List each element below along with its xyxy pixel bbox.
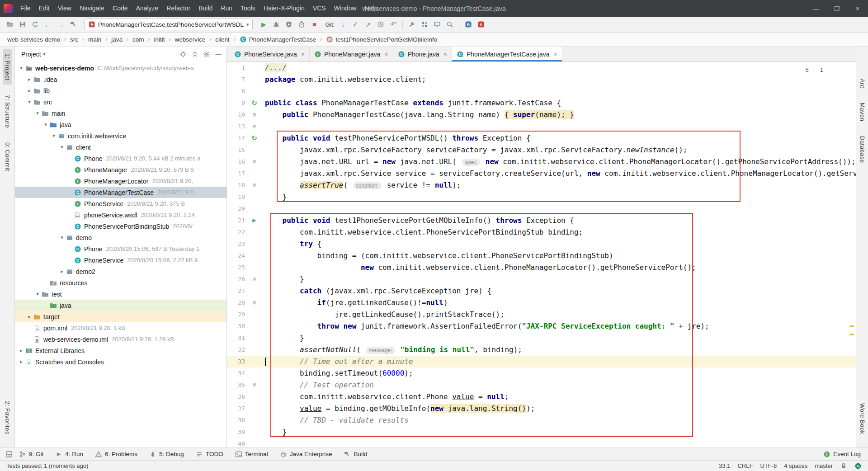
monitor-icon[interactable]	[431, 19, 443, 30]
debug-icon[interactable]	[270, 19, 283, 30]
status-item[interactable]: UTF-8	[760, 462, 777, 469]
code-line-34[interactable]: 34 binding.setTimeout(60000);	[227, 367, 856, 379]
breadcrumb-item[interactable]: src	[69, 35, 79, 44]
tree-expand-icon[interactable]: ▾	[34, 291, 41, 297]
tree-row-demo[interactable]: ▾demo	[15, 232, 226, 243]
tree-expand-icon[interactable]: ▾	[58, 235, 66, 240]
toolwindow-button-6-problems[interactable]: 6: Problems	[95, 451, 137, 458]
history-icon[interactable]	[374, 19, 387, 30]
code-line-8[interactable]: 8	[227, 85, 856, 97]
toolwindow-button-5-debug[interactable]: 5: Debug	[149, 451, 184, 458]
code-line-33[interactable]: 33 // Time out after a minute	[227, 356, 856, 367]
close-icon[interactable]: ×	[443, 51, 447, 58]
tree-row-phoneserviceportbindingstub[interactable]: CPhoneServicePortBindingStub2020/8/	[15, 221, 226, 232]
tree-row-resources[interactable]: resources	[15, 277, 226, 288]
code-line-22[interactable]: 22 com.initit.webservice.client.PhoneSer…	[227, 226, 856, 238]
tree-row-test[interactable]: ▾test	[15, 288, 226, 300]
tree-expand-icon[interactable]: ▸	[18, 348, 25, 353]
run-config-selector[interactable]: PhoneManagerTestCase.testPhoneServicePor…	[84, 19, 253, 30]
code-line-13[interactable]: 13	[227, 121, 856, 132]
error-stripe-mark[interactable]	[849, 334, 854, 335]
tree-row-main[interactable]: ▾main	[15, 108, 226, 119]
back-icon[interactable]: ←	[42, 19, 54, 30]
gutter-mark-icon[interactable]	[248, 121, 261, 132]
code-line-27[interactable]: 27 catch (javax.xml.rpc.ServiceException…	[227, 285, 856, 297]
status-item[interactable]: 4 spaces	[784, 462, 807, 469]
tree-expand-icon[interactable]: ▾	[42, 122, 49, 127]
breadcrumb-item[interactable]: initit	[153, 35, 166, 44]
menu-build[interactable]: Build	[194, 0, 217, 17]
tree-row-java[interactable]: ▾java	[15, 119, 226, 130]
toolwindow-switcher-icon[interactable]	[5, 451, 13, 458]
tab-phonemanagertestcase-java[interactable]: CPhoneManagerTestCase.java×	[452, 47, 562, 61]
tree-row-web-services-demo-iml[interactable]: web-services-demo.iml2020/8/21 9:29, 1.2…	[15, 334, 226, 345]
code-line-18[interactable]: 18 assertTrue( condition: service != nul…	[227, 179, 856, 191]
run-icon[interactable]: ▶	[257, 19, 270, 30]
breadcrumb-method[interactable]: mtest1PhoneServicePortGetMObileInfo	[325, 35, 438, 44]
gutter-mark-icon[interactable]	[248, 297, 261, 309]
wrench-icon[interactable]	[406, 19, 418, 30]
project-structure-icon[interactable]	[418, 19, 431, 30]
chevron-up-icon[interactable]	[826, 67, 832, 74]
code-line-28[interactable]: 28 if(jre.getLinkedCause()!=null)	[227, 297, 856, 309]
toolwindow-button-4-run[interactable]: ▶4: Run	[55, 451, 83, 458]
collapse-all-icon[interactable]	[191, 51, 198, 58]
toolwindow-button-1-project[interactable]: 1: Project	[3, 49, 12, 85]
maximize-button[interactable]: ❐	[826, 0, 847, 17]
tree-expand-icon[interactable]: ▸	[26, 88, 33, 94]
breadcrumb-item[interactable]: java	[110, 35, 123, 44]
breadcrumb-class[interactable]: CPhoneManagerTestCase	[239, 35, 317, 44]
settings-gear-icon[interactable]	[203, 51, 210, 58]
inspections-widget[interactable]: 5 1	[794, 63, 844, 77]
tree-row-src[interactable]: ▾src	[15, 96, 226, 108]
project-view-selector[interactable]: Project▾	[21, 51, 46, 58]
open-folder-icon[interactable]	[4, 19, 16, 30]
code-line-38[interactable]: 38 // TBD - validate results	[227, 414, 856, 426]
status-item[interactable]: 33:1	[719, 462, 730, 469]
update-icon[interactable]: ↓	[336, 19, 349, 30]
toolwindow-button-7-structure[interactable]: 7: Structure	[3, 91, 12, 132]
code-line-29[interactable]: 29 jre.getLinkedCause().printStackTrace(…	[227, 309, 856, 320]
rollback-icon[interactable]: ↶	[387, 19, 400, 30]
gutter-mark-icon[interactable]	[248, 156, 261, 168]
error-stripe-mark[interactable]	[849, 325, 854, 327]
run-test-gutter-icon[interactable]: ↻	[248, 97, 261, 109]
run-test-gutter-icon[interactable]: ▶	[248, 215, 261, 226]
toolwindow-button-terminal[interactable]: Terminal	[235, 451, 268, 458]
code-line-26[interactable]: 26 }	[227, 273, 856, 285]
tree-row-phone[interactable]: CPhone2020/8/21 9:20, 5.44 kB 2 minutes …	[15, 153, 226, 164]
chevron-down-icon[interactable]	[835, 67, 841, 74]
tree-row-phoneservice[interactable]: IPhoneService2020/8/21 9:20, 375 B	[15, 198, 226, 209]
commit-check-icon[interactable]: ✓	[349, 19, 362, 30]
code-line-21[interactable]: 21▶ public void test1PhoneServicePortGet…	[227, 215, 856, 226]
gutter-mark-icon[interactable]	[248, 379, 261, 391]
tree-row-demo2[interactable]: ▸demo2	[15, 266, 226, 277]
menu-refactor[interactable]: Refactor	[162, 0, 194, 17]
menu-tools[interactable]: Tools	[236, 0, 259, 17]
toolwindow-button-java-enterprise[interactable]: Java Enterprise	[280, 451, 332, 458]
tree-row-external-libraries[interactable]: ▸External Libraries	[15, 345, 226, 356]
code-line-35[interactable]: 35 // Test operation	[227, 379, 856, 391]
minimize-button[interactable]: —	[806, 0, 826, 17]
profiler-icon[interactable]	[295, 19, 308, 30]
toolwindow-button-0-commit[interactable]: 0: Commit	[3, 138, 12, 175]
code-line-30[interactable]: 30 throw new junit.framework.AssertionFa…	[227, 320, 856, 332]
menu-haier-x-plugin[interactable]: Haier-X-Plugin	[259, 0, 309, 17]
toolwindow-button-maven[interactable]: Maven	[858, 99, 867, 126]
toolwindow-button-2-favorites[interactable]: 2: Favorites	[3, 397, 12, 438]
code-line-1[interactable]: 1/.../	[227, 62, 856, 74]
tree-row-phonemanagerlocator[interactable]: IPhoneManagerLocator2020/8/21 9:20,	[15, 175, 226, 187]
save-all-icon[interactable]	[16, 19, 29, 30]
code-line-24[interactable]: 24 binding = (com.initit.webservice.clie…	[227, 250, 856, 262]
code-line-31[interactable]: 31 }	[227, 332, 856, 344]
tree-row-phone[interactable]: CPhone2020/8/20 15:06, 597 B Yesterday 1	[15, 243, 226, 254]
code-line-10[interactable]: 10 public PhoneManagerTestCase(java.lang…	[227, 109, 856, 121]
tree-row-com-initit-webservice[interactable]: ▾com.initit.webservice	[15, 130, 226, 141]
tree-row-lib[interactable]: ▸lib	[15, 85, 226, 96]
tree-row-phonemanager[interactable]: IPhoneManager2020/8/21 9:20, 579 B 9	[15, 164, 226, 175]
tree-row-pom-xml[interactable]: mpom.xml2020/8/21 9:28, 1 kB	[15, 322, 226, 334]
tree-expand-icon[interactable]: ▾	[18, 65, 25, 71]
tree-expand-icon[interactable]: ▸	[26, 314, 33, 320]
tree-expand-icon[interactable]: ▸	[26, 76, 33, 82]
toolwindow-button-todo[interactable]: TODO	[196, 451, 223, 458]
